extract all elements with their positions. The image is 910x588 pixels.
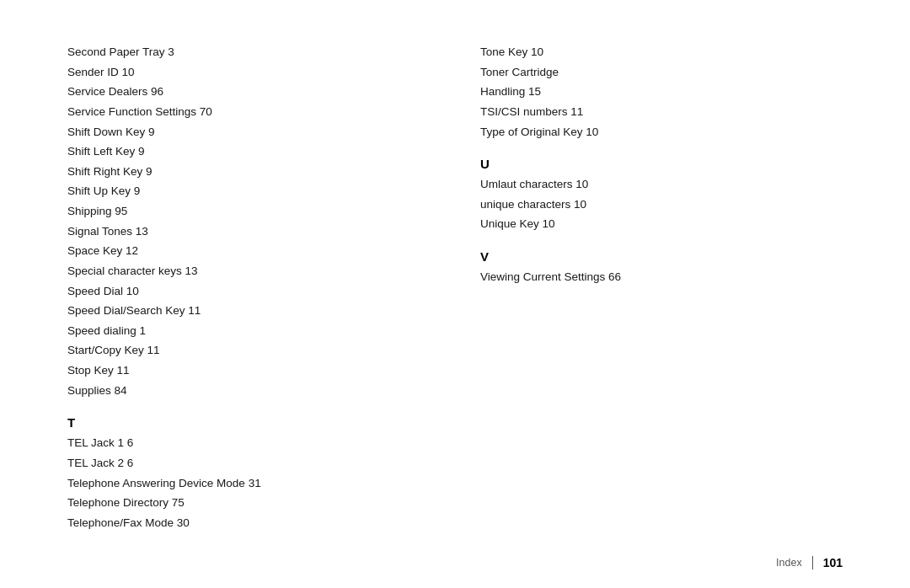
section-letter-u: U (480, 157, 843, 171)
footer-page-number: 101 (823, 556, 843, 569)
list-item: Service Function Settings 70 (67, 102, 430, 122)
list-item: Shift Left Key 9 (67, 142, 430, 162)
list-item: Speed dialing 1 (67, 321, 430, 341)
list-item: Signal Tones 13 (67, 222, 430, 242)
footer-divider (812, 556, 813, 569)
list-item: Supplies 84 (67, 381, 430, 401)
list-item: Telephone Directory 75 (67, 493, 430, 513)
list-item: Telephone Answering Device Mode 31 (67, 473, 430, 494)
left-column: Second Paper Tray 3Sender ID 10Service D… (67, 42, 430, 532)
section-t-entries: TEL Jack 1 6TEL Jack 2 6Telephone Answer… (67, 433, 430, 532)
list-item: Viewing Current Settings 66 (480, 267, 843, 287)
list-item: TEL Jack 1 6 (67, 433, 430, 453)
list-item: Sender ID 10 (67, 62, 430, 83)
right-entries: Tone Key 10Toner Cartridge Handling 15TS… (480, 42, 843, 142)
list-item: Toner Cartridge (480, 62, 843, 83)
list-item: unique characters 10 (480, 195, 843, 215)
list-item: Telephone/Fax Mode 30 (67, 513, 430, 533)
footer-label: Index (776, 557, 802, 569)
list-item: Umlaut characters 10 (480, 174, 843, 195)
list-item: Handling 15 (480, 82, 843, 102)
section-letter-t: T (67, 415, 430, 430)
footer: Index 101 (776, 556, 843, 569)
list-item: Shift Down Key 9 (67, 122, 430, 142)
list-item: Shift Up Key 9 (67, 181, 430, 201)
list-item: TSI/CSI numbers 11 (480, 102, 843, 122)
list-item: Speed Dial 10 (67, 281, 430, 302)
list-item: Unique Key 10 (480, 214, 843, 234)
list-item: Space Key 12 (67, 241, 430, 261)
left-entries: Second Paper Tray 3Sender ID 10Service D… (67, 42, 430, 400)
list-item: TEL Jack 2 6 (67, 453, 430, 473)
section-u-entries: Umlaut characters 10unique characters 10… (480, 174, 843, 234)
list-item: Shift Right Key 9 (67, 162, 430, 182)
list-item: Service Dealers 96 (67, 82, 430, 102)
right-column: Tone Key 10Toner Cartridge Handling 15TS… (480, 42, 843, 532)
list-item: Start/Copy Key 11 (67, 340, 430, 361)
section-letter-v: V (480, 249, 843, 264)
content-area: Second Paper Tray 3Sender ID 10Service D… (67, 42, 843, 532)
list-item: Speed Dial/Search Key 11 (67, 301, 430, 321)
section-v-entries: Viewing Current Settings 66 (480, 267, 843, 287)
list-item: Stop Key 11 (67, 361, 430, 381)
list-item: Type of Original Key 10 (480, 122, 843, 142)
list-item: Second Paper Tray 3 (67, 42, 430, 62)
list-item: Shipping 95 (67, 201, 430, 222)
page-container: Second Paper Tray 3Sender ID 10Service D… (0, 0, 910, 588)
list-item: Tone Key 10 (480, 42, 843, 62)
list-item: Special character keys 13 (67, 261, 430, 281)
